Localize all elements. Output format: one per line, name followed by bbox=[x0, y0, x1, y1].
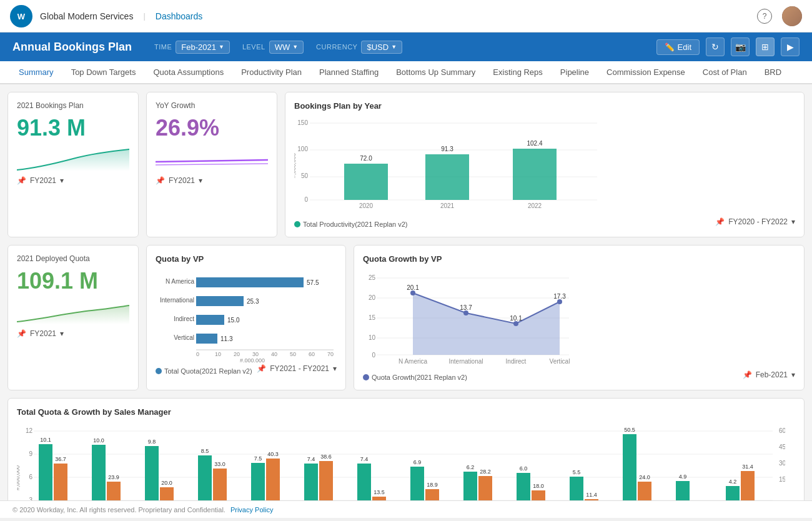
svg-text:20: 20 bbox=[234, 351, 240, 357]
svg-text:15: 15 bbox=[779, 476, 785, 483]
svg-text:17.3: 17.3 bbox=[553, 293, 566, 300]
tab-productivity-plan[interactable]: Productivity Plan bbox=[232, 61, 310, 84]
svg-text:40.3: 40.3 bbox=[267, 451, 279, 457]
tab-quota-assumptions[interactable]: Quota Assumptions bbox=[144, 61, 232, 84]
yoy-sparkline bbox=[156, 146, 268, 171]
yoy-growth-card: YoY Growth 26.9% 📌 FY2021 ▾ bbox=[146, 92, 277, 237]
yoy-growth-title: YoY Growth bbox=[156, 101, 268, 110]
privacy-policy-link[interactable]: Privacy Policy bbox=[230, 506, 273, 514]
bookings-plan-filter-label: FY2021 bbox=[30, 176, 56, 185]
tab-cost-of-plan[interactable]: Cost of Plan bbox=[694, 61, 756, 84]
tab-brd[interactable]: BRD bbox=[756, 61, 790, 84]
pin-icon-6: 📌 bbox=[743, 370, 752, 379]
header-actions: ✏️ Edit ↻ 📷 ⊞ ▶ bbox=[656, 37, 800, 56]
tab-planned-staffing[interactable]: Planned Staffing bbox=[310, 61, 387, 84]
tab-pipeline[interactable]: Pipeline bbox=[552, 61, 598, 84]
svg-text:30: 30 bbox=[779, 460, 785, 467]
svg-text:18.9: 18.9 bbox=[427, 482, 438, 488]
svg-text:15: 15 bbox=[369, 314, 376, 321]
pin-icon-2: 📌 bbox=[156, 176, 165, 185]
tab-summary[interactable]: Summary bbox=[10, 61, 62, 84]
pin-icon-3: 📌 bbox=[715, 217, 725, 226]
tab-top-down-targets[interactable]: Top Down Targets bbox=[62, 61, 145, 84]
grid-button[interactable]: ⊞ bbox=[756, 37, 775, 56]
deployed-quota-title: 2021 Deployed Quota bbox=[17, 254, 129, 263]
bookings-by-year-title: Bookings Plan by Year bbox=[294, 101, 795, 111]
time-value-selector[interactable]: Feb-2021 ▼ bbox=[176, 41, 230, 54]
svg-text:2022: 2022 bbox=[528, 202, 542, 209]
quota-bar-14 bbox=[726, 486, 740, 500]
legend-dot-blue bbox=[156, 368, 162, 374]
workday-logo: W bbox=[10, 5, 32, 27]
nav-separator: | bbox=[143, 11, 145, 21]
svg-text:Vertical: Vertical bbox=[550, 358, 570, 365]
yoy-growth-value: 26.9% bbox=[156, 115, 268, 141]
level-label: LEVEL bbox=[242, 43, 265, 51]
refresh-button[interactable]: ↻ bbox=[706, 37, 725, 56]
quota-growth-title: Quota Growth by VP bbox=[363, 254, 795, 264]
company-name: Global Modern Services bbox=[40, 11, 133, 21]
svg-text:33.0: 33.0 bbox=[214, 461, 225, 467]
user-avatar[interactable] bbox=[782, 6, 802, 26]
bookings-plan-filter[interactable]: 📌 FY2021 ▾ bbox=[17, 176, 129, 185]
tab-existing-reps[interactable]: Existing Reps bbox=[484, 61, 551, 84]
bookings-filter-arrow: ▾ bbox=[60, 176, 64, 185]
level-value-selector[interactable]: WW ▼ bbox=[269, 41, 304, 54]
svg-text:13.7: 13.7 bbox=[460, 304, 472, 311]
svg-text:28.2: 28.2 bbox=[480, 469, 491, 475]
bookings-year-filter[interactable]: 📌 FY2020 - FY2022 ▾ bbox=[715, 217, 795, 226]
pin-icon: 📌 bbox=[17, 176, 26, 185]
svg-text:50.5: 50.5 bbox=[624, 427, 635, 433]
quota-growth-card: Quota Growth by VP 25 20 15 10 0 N Ameri… bbox=[354, 245, 805, 390]
quota-bar-9 bbox=[463, 472, 477, 500]
quota-vp-legend-label: Total Quota(2021 Replan v2) bbox=[164, 367, 252, 375]
svg-text:20.1: 20.1 bbox=[407, 284, 419, 291]
svg-text:45: 45 bbox=[779, 444, 785, 450]
row-2: 2021 Deployed Quota 109.1 M 📌 FY2021 bbox=[7, 245, 805, 390]
bar-international bbox=[196, 296, 244, 306]
svg-text:10: 10 bbox=[215, 351, 221, 357]
deployed-quota-filter[interactable]: 📌 FY2021 ▾ bbox=[17, 329, 129, 338]
svg-text:11.3: 11.3 bbox=[220, 335, 233, 342]
page-title: Annual Bookings Plan bbox=[12, 41, 132, 54]
svg-text:70: 70 bbox=[327, 351, 334, 357]
dashboards-link[interactable]: Dashboards bbox=[156, 11, 203, 21]
quota-by-vp-title: Quota by VP bbox=[156, 254, 337, 264]
currency-value-selector[interactable]: $USD ▼ bbox=[361, 41, 402, 54]
quota-bar-10 bbox=[517, 473, 530, 500]
tab-bottoms-up-summary[interactable]: Bottoms Up Summary bbox=[387, 61, 484, 84]
bookings-year-filter-label: FY2020 - FY2022 bbox=[728, 217, 788, 226]
svg-text:0: 0 bbox=[196, 351, 199, 357]
tab-commission-expense[interactable]: Commission Expense bbox=[598, 61, 694, 84]
header-bar: Annual Bookings Plan TIME Feb-2021 ▼ LEV… bbox=[0, 32, 812, 61]
quota-bar-2 bbox=[92, 445, 106, 500]
main-content: 2021 Bookings Plan 91.3 M 📌 FY2021 bbox=[0, 84, 812, 500]
svg-text:10.0: 10.0 bbox=[93, 437, 104, 444]
bar-n-america bbox=[196, 277, 304, 287]
quota-vp-filter[interactable]: 📌 FY2021 - FY2021 ▾ bbox=[257, 364, 337, 373]
growth-filter[interactable]: 📌 Feb-2021 ▾ bbox=[743, 370, 795, 379]
legend-dot-teal bbox=[294, 221, 300, 227]
svg-text:10: 10 bbox=[369, 334, 376, 341]
quota-bar-5 bbox=[251, 463, 265, 500]
help-button[interactable]: ? bbox=[757, 9, 772, 24]
growth-bar-12 bbox=[638, 482, 651, 500]
point-international bbox=[463, 310, 468, 315]
yoy-filter[interactable]: 📌 FY2021 ▾ bbox=[156, 176, 268, 185]
growth-bar-1 bbox=[54, 464, 67, 500]
edit-button[interactable]: ✏️ Edit bbox=[656, 39, 700, 55]
bar-indirect bbox=[196, 315, 224, 325]
camera-button[interactable]: 📷 bbox=[731, 37, 750, 56]
time-arrow-icon: ▼ bbox=[219, 44, 224, 50]
point-n-america bbox=[410, 290, 415, 295]
svg-text:Indirect: Indirect bbox=[506, 358, 527, 365]
svg-text:#,000,000: #,000,000 bbox=[240, 357, 265, 362]
pencil-icon: ✏️ bbox=[665, 42, 675, 52]
bookings-plan-title: 2021 Bookings Plan bbox=[17, 101, 129, 110]
video-button[interactable]: ▶ bbox=[781, 37, 800, 56]
currency-label: CURRENCY bbox=[316, 43, 357, 51]
currency-arrow-icon: ▼ bbox=[391, 44, 397, 50]
bookings-plan-card: 2021 Bookings Plan 91.3 M 📌 FY2021 bbox=[7, 92, 139, 237]
pin-icon-5: 📌 bbox=[257, 364, 266, 373]
bookings-sparkline bbox=[17, 146, 129, 171]
